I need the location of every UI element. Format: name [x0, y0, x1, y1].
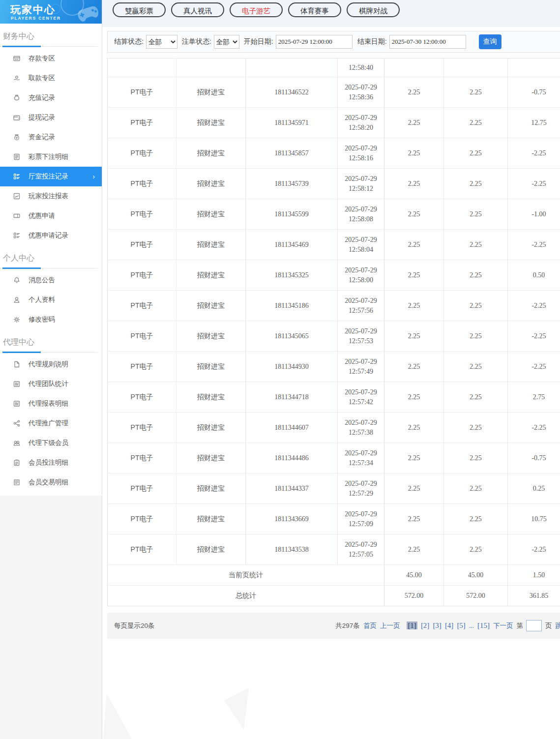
cell-valid	[444, 59, 508, 77]
first-page-link[interactable]: 首页	[363, 621, 377, 630]
cell-platform: PT电子	[108, 77, 177, 108]
sidebar-item-withdraw-zone[interactable]: 取款专区	[0, 68, 102, 88]
cell-winloss: -2.25	[508, 321, 560, 352]
sidebar-item-change-password[interactable]: 修改密码	[0, 310, 102, 329]
sidebar-item-hall-bet-record[interactable]: 厅室投注记录›	[0, 167, 102, 186]
sidebar-item-promo-apply-record[interactable]: 优惠申请记录	[0, 226, 102, 245]
cell-platform: PT电子	[108, 413, 177, 443]
section-divider	[0, 268, 98, 268]
page-link[interactable]: [3]	[433, 621, 442, 629]
cell-bet: 2.25	[384, 138, 444, 169]
end-date-label: 结束日期:	[357, 37, 387, 46]
nav-tab-e-games[interactable]: 电子游艺	[230, 2, 283, 17]
cell-date: 2025-07-2912:57:56	[338, 291, 384, 321]
cell-date: 2025-07-2912:57:34	[338, 443, 384, 473]
sidebar-item-agent-rules[interactable]: 代理规则说明	[0, 355, 102, 374]
cell-bet-id: 1811345065	[246, 321, 338, 352]
table-row: PT电子招财进宝18113457392025-07-2912:58:122.25…	[108, 169, 560, 199]
sidebar-item-agent-promo-manage[interactable]: 代理推广管理	[0, 414, 102, 433]
query-button[interactable]: 查询	[479, 34, 501, 49]
sidebar-item-lottery-bet-detail[interactable]: 彩票下注明细	[0, 147, 102, 167]
sidebar-item-promo-apply[interactable]: 优惠申请	[0, 206, 102, 226]
cell-bet: 2.25	[384, 534, 444, 565]
cell-valid: 2.25	[444, 108, 508, 138]
cell-valid: 2.25	[444, 260, 508, 291]
page-link[interactable]: [2]	[421, 621, 430, 629]
summary-value-1: 572.00	[444, 586, 508, 606]
jump-go-link[interactable]: 跳	[556, 621, 560, 630]
bell-icon	[12, 276, 21, 285]
summary-value-1: 45.00	[444, 565, 508, 586]
sidebar-item-label: 优惠申请记录	[29, 231, 68, 240]
cell-valid: 2.25	[444, 473, 508, 504]
main-content: 雙贏彩票真人视讯电子游艺体育赛事棋牌对战 结算状态: 全部 注单状态: 全部 开…	[102, 0, 560, 739]
sidebar-item-label: 优惠申请	[29, 211, 55, 220]
sidebar-item-label: 消息公告	[29, 276, 55, 285]
sidebar-item-recharge-record[interactable]: 充值记录	[0, 88, 102, 108]
cell-valid: 2.25	[444, 291, 508, 321]
page-link-current[interactable]: [1]	[407, 621, 417, 629]
settle-status-select[interactable]: 全部	[146, 35, 177, 49]
nav-tab-sports[interactable]: 体育赛事	[288, 2, 341, 17]
sidebar-item-message-notice[interactable]: 消息公告	[0, 270, 102, 290]
news-icon	[12, 400, 21, 408]
cell-game: 招财进宝	[177, 321, 246, 352]
cell-platform: PT电子	[108, 260, 177, 291]
page-link[interactable]: [15]	[477, 621, 490, 629]
start-date-label: 开始日期:	[244, 37, 273, 46]
page-link[interactable]: [4]	[445, 621, 454, 629]
nav-tab-board-games[interactable]: 棋牌对战	[347, 2, 400, 17]
sidebar-item-agent-team-stats[interactable]: 代理团队统计	[0, 374, 102, 394]
jump-page-input[interactable]	[526, 620, 542, 631]
sidebar-item-member-bet-detail[interactable]: 会员投注明细	[0, 453, 102, 473]
cell-bet-id: 1811344718	[246, 382, 338, 413]
wallet-icon	[12, 114, 21, 122]
sidebar-item-deposit-zone[interactable]: 存款专区	[0, 49, 102, 68]
cell-bet-id: 1811345857	[246, 138, 338, 169]
nav-tab-live-video[interactable]: 真人视讯	[171, 2, 224, 17]
pagination-bar: 每页显示20条 共297条 首页 上一页 [1][2][3][4][5]...[…	[107, 613, 560, 639]
cell-winloss: 0.25	[508, 473, 560, 504]
table-row-partial: 12:58:40	[108, 59, 560, 77]
cell-winloss: -2.25	[508, 291, 560, 321]
sidebar-item-agent-report-detail[interactable]: 代理报表明细	[0, 394, 102, 414]
card-icon	[12, 55, 21, 63]
cell-winloss: -2.25	[508, 138, 560, 169]
cell-bet: 2.25	[384, 413, 444, 443]
sidebar-item-label: 修改密码	[29, 315, 55, 324]
cell-platform: PT电子	[108, 138, 177, 169]
sidebar-item-profile[interactable]: 个人资料	[0, 290, 102, 310]
cell-platform: PT电子	[108, 504, 177, 534]
bet-records-table: 12:58:40PT电子招财进宝18113465222025-07-2912:5…	[107, 58, 560, 606]
sidebar-item-player-bet-report[interactable]: 玩家投注报表	[0, 186, 102, 206]
cell-game: 招财进宝	[177, 77, 246, 108]
next-page-link[interactable]: 下一页	[493, 621, 513, 630]
cell-valid: 2.25	[444, 77, 508, 108]
settle-status-label: 结算状态:	[114, 37, 144, 46]
cell-date: 2025-07-2912:58:36	[338, 77, 384, 108]
table-row: PT电子招财进宝18113444862025-07-2912:57:342.25…	[108, 443, 560, 473]
table-row: PT电子招财进宝18113446072025-07-2912:57:382.25…	[108, 413, 560, 443]
nav-tab-lottery[interactable]: 雙贏彩票	[113, 2, 166, 17]
end-date-input[interactable]	[389, 35, 466, 49]
prev-page-link[interactable]: 上一页	[380, 621, 400, 630]
order-status-select[interactable]: 全部	[214, 35, 239, 49]
cell-bet: 2.25	[384, 230, 444, 260]
start-date-input[interactable]	[276, 35, 353, 49]
app-title: 玩家中心	[10, 3, 56, 17]
sidebar-item-label: 代理报表明细	[29, 399, 68, 408]
per-page-label: 每页显示20条	[114, 621, 155, 630]
cell-date: 2025-07-2912:57:05	[338, 534, 384, 565]
cell-date: 2025-07-2912:58:20	[338, 108, 384, 138]
cell-bet-id: 1811344337	[246, 473, 338, 504]
sidebar-item-withdraw-record[interactable]: 提现记录	[0, 108, 102, 127]
cell-bet-id: 1811345971	[246, 108, 338, 138]
sidebar-item-member-trade-detail[interactable]: 会员交易明细	[0, 473, 102, 492]
sidebar-item-agent-sub-members[interactable]: 代理下级会员	[0, 433, 102, 453]
summary-value-2: 361.85	[508, 586, 560, 606]
cell-bet: 2.25	[384, 352, 444, 382]
table-row: PT电子招财进宝18113458572025-07-2912:58:162.25…	[108, 138, 560, 169]
page-link[interactable]: [5]	[457, 621, 466, 629]
sidebar-item-funds-record[interactable]: 资金记录	[0, 127, 102, 147]
cell-bet: 2.25	[384, 473, 444, 504]
